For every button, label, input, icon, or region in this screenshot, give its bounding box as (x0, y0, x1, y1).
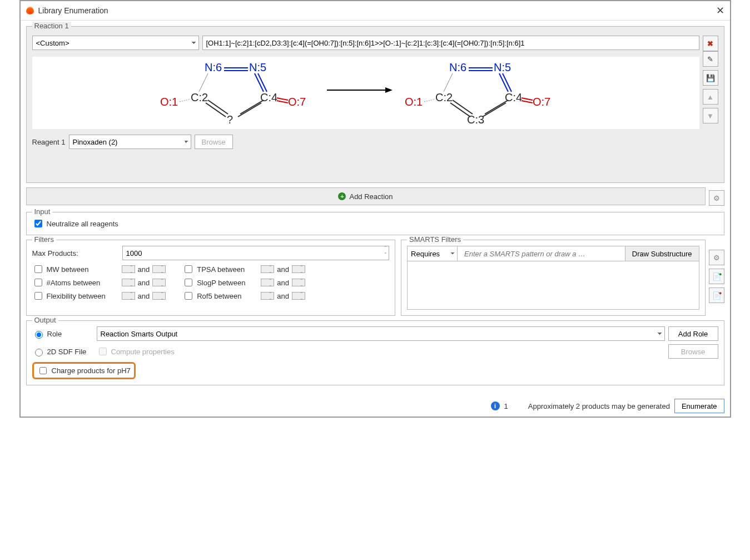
smarts-legend: SMARTS Filters (407, 235, 463, 244)
output-legend: Output (32, 316, 58, 324)
reaction-group: Reaction 1 <Custom> ✖ N:6 N:5 (26, 26, 724, 183)
reagent-browse-button[interactable]: Browse (195, 135, 233, 149)
output-group: Output Role Reaction Smarts Output Add R… (26, 320, 724, 385)
slogp-max-input[interactable] (292, 279, 305, 286)
smarts-remove-button[interactable]: 📄● (709, 288, 724, 303)
reaction-smarts-input[interactable] (202, 36, 699, 50)
charge-ph7-highlight: Charge products for pH7 (32, 362, 136, 379)
output-browse-button[interactable]: Browse (668, 344, 718, 359)
atoms-label: #Atoms between (47, 279, 119, 287)
smarts-pattern-input[interactable] (461, 246, 622, 261)
svg-text:C:3: C:3 (467, 113, 484, 126)
tpsa-checkbox[interactable] (185, 265, 192, 273)
svg-line-33 (483, 103, 506, 117)
title-bar: Library Enumeration ✕ (21, 1, 730, 21)
save-icon: 💾 (706, 74, 715, 82)
mw-checkbox[interactable] (34, 265, 42, 273)
svg-line-36 (424, 99, 435, 102)
atoms-min-input[interactable] (122, 279, 135, 286)
atoms-checkbox[interactable] (34, 279, 42, 286)
smarts-mode-select[interactable]: Requires (408, 246, 458, 261)
status-bar: i 1 Approximately 2 products may be gene… (21, 395, 730, 417)
svg-text:?: ? (227, 113, 233, 126)
input-group: Input Neutralize all reagents (26, 212, 724, 235)
svg-line-18 (277, 101, 288, 103)
plus-icon: + (338, 192, 346, 200)
rof5-checkbox[interactable] (185, 292, 192, 300)
rof5-label: Rof5 between (197, 292, 258, 300)
role-radio[interactable] (35, 331, 43, 339)
neutralize-checkbox-row[interactable]: Neutralize all reagents (32, 218, 718, 229)
info-icon: i (491, 402, 500, 410)
flex-min-input[interactable] (122, 292, 135, 300)
svg-text:C:2: C:2 (191, 91, 208, 103)
svg-line-6 (199, 73, 208, 92)
svg-text:O:7: O:7 (288, 96, 306, 108)
triangle-up-icon: ▲ (707, 93, 714, 101)
enumerate-button[interactable]: Enumerate (674, 399, 724, 413)
compute-properties-checkbox (99, 348, 107, 355)
svg-text:O:1: O:1 (160, 96, 178, 108)
reaction-legend: Reaction 1 (32, 22, 71, 30)
clear-reaction-button[interactable]: ✖ (703, 36, 718, 51)
flex-max-input[interactable] (152, 292, 166, 300)
rof5-max-input[interactable] (292, 292, 305, 300)
gear-icon: ⚙ (713, 254, 720, 262)
filters-legend: Filters (32, 235, 56, 244)
role-select[interactable]: Reaction Smarts Output (97, 326, 665, 341)
input-legend: Input (32, 207, 53, 216)
save-reaction-button[interactable]: 💾 (703, 70, 718, 86)
sdf-radio[interactable] (35, 349, 43, 356)
reagent-label: Reagent 1 (32, 138, 66, 146)
svg-text:N:6: N:6 (449, 61, 466, 73)
tpsa-min-input[interactable] (261, 265, 274, 273)
slogp-min-input[interactable] (261, 279, 274, 286)
neutralize-checkbox[interactable] (34, 220, 42, 227)
add-reaction-label: Add Reaction (349, 192, 393, 201)
slogp-checkbox[interactable] (185, 279, 192, 286)
status-count: 1 (504, 402, 508, 410)
svg-text:N:5: N:5 (494, 61, 511, 73)
reaction-settings-button[interactable]: ⚙ (709, 190, 724, 206)
max-products-input[interactable] (122, 246, 390, 260)
add-filter-icon: 📄● (712, 272, 721, 281)
compute-label: Compute properties (111, 348, 175, 356)
smarts-add-button[interactable]: 📄● (709, 269, 724, 284)
mw-label: MW between (47, 265, 119, 274)
draw-substructure-button[interactable]: Draw Substructure (625, 246, 699, 261)
max-products-label: Max Products: (32, 249, 119, 257)
smarts-filters-group: SMARTS Filters Requires Draw Substructur… (401, 240, 705, 316)
tpsa-label: TPSA between (197, 265, 258, 274)
svg-text:O:1: O:1 (405, 96, 423, 108)
charge-ph7-checkbox[interactable] (39, 367, 47, 374)
atoms-max-input[interactable] (152, 279, 166, 286)
gear-icon: ⚙ (713, 194, 720, 202)
flex-checkbox[interactable] (34, 292, 42, 300)
svg-text:N:5: N:5 (249, 61, 266, 73)
svg-text:N:6: N:6 (205, 61, 222, 73)
svg-text:C:4: C:4 (260, 91, 277, 103)
add-role-button[interactable]: Add Role (668, 326, 718, 341)
remove-filter-icon: 📄● (712, 291, 721, 300)
svg-line-15 (180, 99, 191, 102)
tpsa-max-input[interactable] (292, 265, 305, 273)
mw-max-input[interactable] (152, 265, 166, 273)
rof5-min-input[interactable] (261, 292, 274, 300)
status-message: Approximately 2 products may be generate… (528, 402, 670, 410)
move-down-button[interactable]: ▼ (703, 108, 718, 123)
svg-text:O:7: O:7 (533, 96, 550, 108)
svg-text:C:4: C:4 (505, 91, 522, 103)
smarts-settings-button[interactable]: ⚙ (709, 250, 724, 265)
flex-label: Flexibility between (47, 292, 119, 300)
svg-line-12 (238, 103, 261, 117)
svg-marker-20 (385, 87, 393, 93)
edit-reaction-button[interactable]: ✎ (703, 51, 718, 67)
move-up-button[interactable]: ▲ (703, 89, 718, 105)
reaction-preset-select[interactable]: <Custom> (32, 36, 199, 50)
reaction-canvas: N:6 N:5 C:2 C:4 ? O:1 (32, 57, 699, 129)
close-button[interactable]: ✕ (716, 4, 724, 17)
reagent-select[interactable]: Pinoxaden (2) (69, 135, 191, 149)
svg-line-38 (521, 98, 533, 100)
add-reaction-bar[interactable]: + Add Reaction (26, 187, 706, 205)
mw-min-input[interactable] (122, 265, 135, 273)
